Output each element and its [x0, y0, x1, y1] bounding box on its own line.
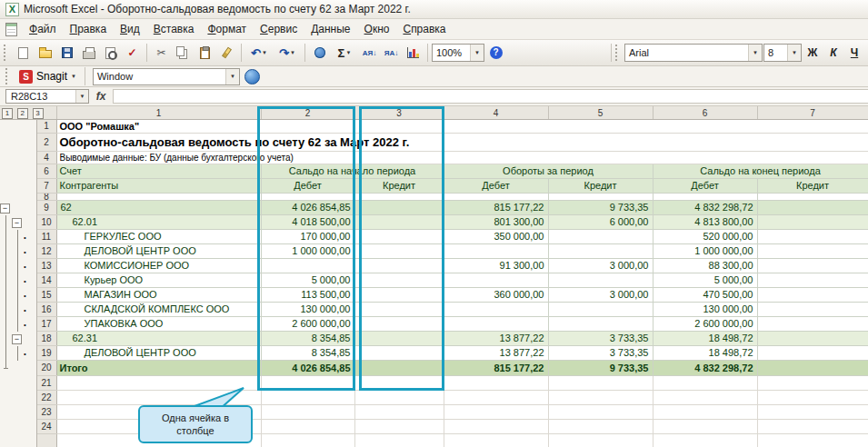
- cell-report-note[interactable]: Выводимые данные: БУ (данные бухгалтерск…: [56, 152, 868, 164]
- cell[interactable]: [548, 194, 653, 201]
- row-header[interactable]: [36, 434, 56, 447]
- format-painter-button[interactable]: [216, 43, 237, 63]
- outline-collapse-button[interactable]: −: [12, 334, 22, 344]
- cell[interactable]: [653, 194, 757, 201]
- outline-collapse-button[interactable]: −: [12, 218, 22, 228]
- row-header[interactable]: 2: [36, 134, 56, 152]
- cell-header-credit[interactable]: Кредит: [757, 179, 868, 194]
- font-name-combobox[interactable]: Arial ▼: [624, 44, 763, 62]
- outline-level-3-button[interactable]: 3: [33, 108, 44, 119]
- table-row[interactable]: − 10 62.01 4 018 500,00 801 300,00 6 000…: [0, 215, 868, 230]
- cell-closing-credit[interactable]: [757, 215, 868, 230]
- menu-data[interactable]: Данные: [304, 20, 356, 38]
- cell-turnover-debit[interactable]: [444, 303, 548, 317]
- row-header[interactable]: 24: [36, 420, 56, 434]
- bold-button[interactable]: Ж: [803, 44, 823, 63]
- save-button[interactable]: [56, 43, 77, 63]
- cell-turnover-credit[interactable]: [548, 273, 653, 288]
- cell[interactable]: [56, 391, 261, 405]
- copy-button[interactable]: [173, 43, 194, 63]
- cell-turnover-debit[interactable]: [444, 273, 548, 288]
- table-row[interactable]: • 16 СКЛАДСКОЙ КОМПЛЕКС ООО 130 000,00 1…: [0, 303, 868, 317]
- cell-opening-debit[interactable]: 5 000,00: [261, 273, 354, 288]
- sort-ascending-button[interactable]: АЯ↓: [359, 43, 380, 63]
- table-row[interactable]: • 11 ГЕРКУЛЕС ООО 170 000,00 350 000,00 …: [0, 230, 868, 244]
- cell[interactable]: [548, 405, 653, 420]
- cell[interactable]: [653, 405, 757, 420]
- row-header[interactable]: 23: [36, 405, 56, 420]
- column-header-1[interactable]: 1: [56, 106, 261, 120]
- sort-descending-button[interactable]: ЯА↓: [381, 43, 402, 63]
- help-button[interactable]: ?: [485, 43, 506, 63]
- cell-header-credit[interactable]: Кредит: [548, 179, 653, 194]
- table-row[interactable]: 23: [0, 405, 868, 420]
- row-header[interactable]: 11: [36, 230, 56, 244]
- cell-opening-credit[interactable]: [354, 303, 444, 317]
- redo-button[interactable]: ↷▼: [274, 43, 301, 63]
- toolbar-grip[interactable]: [4, 45, 8, 61]
- cell-closing-credit[interactable]: [757, 244, 868, 259]
- table-row[interactable]: • 19 ДЕЛОВОЙ ЦЕНТР ООО 8 354,85 13 877,2…: [0, 346, 868, 361]
- cell[interactable]: [757, 194, 868, 201]
- cell-turnover-debit[interactable]: [444, 244, 548, 259]
- cell-closing-debit[interactable]: 1 000 000,00: [653, 244, 757, 259]
- cell[interactable]: [444, 194, 548, 201]
- cell[interactable]: [444, 420, 548, 434]
- row-header[interactable]: 7: [36, 179, 56, 194]
- cell-turnover-debit[interactable]: 13 877,22: [444, 346, 548, 361]
- cell[interactable]: [548, 391, 653, 405]
- menu-help[interactable]: Справка: [396, 20, 452, 38]
- cell-opening-debit[interactable]: 8 354,85: [261, 346, 354, 361]
- outline-collapse-button[interactable]: −: [0, 204, 10, 214]
- cell[interactable]: [653, 434, 757, 447]
- table-row[interactable]: − 9 62 4 026 854,85 815 177,22 9 733,35 …: [0, 201, 868, 215]
- cell-turnover-credit[interactable]: [548, 244, 653, 259]
- table-row[interactable]: • 13 КОМИССИОНЕР ООО 91 300,00 3 000,00 …: [0, 259, 868, 273]
- cell-report-title[interactable]: Оборотно-сальдовая ведомость по счету 62…: [56, 134, 868, 152]
- outline-level-2-button[interactable]: 2: [17, 108, 28, 119]
- cell-total-turnover-credit[interactable]: 9 733,35: [548, 361, 653, 376]
- cell-opening-credit[interactable]: [354, 317, 444, 332]
- cell-account-name[interactable]: Курьер ООО: [56, 273, 261, 288]
- cell-total-closing-debit[interactable]: 4 832 298,72: [653, 361, 757, 376]
- cell-header-credit[interactable]: Кредит: [354, 179, 444, 194]
- cell-turnover-credit[interactable]: [548, 303, 653, 317]
- table-row[interactable]: − 18 62.31 8 354,85 13 877,22 3 733,35 1…: [0, 332, 868, 346]
- cell[interactable]: [354, 434, 444, 447]
- cell-closing-credit[interactable]: [757, 303, 868, 317]
- print-preview-button[interactable]: [100, 43, 121, 63]
- cell[interactable]: [261, 376, 354, 391]
- cell-turnover-credit[interactable]: 9 733,35: [548, 201, 653, 215]
- cell-opening-credit[interactable]: [354, 201, 444, 215]
- cell-turnover-debit[interactable]: 815 177,22: [444, 201, 548, 215]
- zoom-combobox[interactable]: 100% ▼: [432, 44, 484, 62]
- cell-closing-credit[interactable]: [757, 288, 868, 303]
- open-button[interactable]: [35, 43, 55, 63]
- cell-closing-debit[interactable]: 88 300,00: [653, 259, 757, 273]
- cell[interactable]: [354, 420, 444, 434]
- cell[interactable]: [653, 420, 757, 434]
- cell[interactable]: [354, 194, 444, 201]
- row-header[interactable]: 20: [36, 361, 56, 376]
- cell-account-name[interactable]: ГЕРКУЛЕС ООО: [56, 230, 261, 244]
- outline-level-1-button[interactable]: 1: [2, 108, 13, 119]
- row-header[interactable]: 17: [36, 317, 56, 332]
- font-size-combobox[interactable]: 8 ▼: [763, 44, 802, 62]
- toolbar-grip[interactable]: [5, 68, 10, 84]
- menu-format[interactable]: Формат: [201, 20, 253, 38]
- column-header-5[interactable]: 5: [548, 106, 653, 120]
- cell-account-name[interactable]: 62.31: [56, 332, 261, 346]
- cell[interactable]: [548, 420, 653, 434]
- cell-opening-credit[interactable]: [354, 215, 444, 230]
- cell-closing-debit[interactable]: 18 498,72: [653, 346, 757, 361]
- column-header-7[interactable]: 7: [757, 106, 868, 120]
- cell[interactable]: [261, 194, 354, 201]
- cell[interactable]: [548, 376, 653, 391]
- cell-turnover-debit[interactable]: 91 300,00: [444, 259, 548, 273]
- cell-closing-debit[interactable]: 130 000,00: [653, 303, 757, 317]
- column-header-3[interactable]: 3: [354, 106, 444, 120]
- cell-total-opening-credit[interactable]: [354, 361, 444, 376]
- cell-closing-credit[interactable]: [757, 201, 868, 215]
- row-header[interactable]: 10: [36, 215, 56, 230]
- menu-insert[interactable]: Вставка: [147, 20, 201, 38]
